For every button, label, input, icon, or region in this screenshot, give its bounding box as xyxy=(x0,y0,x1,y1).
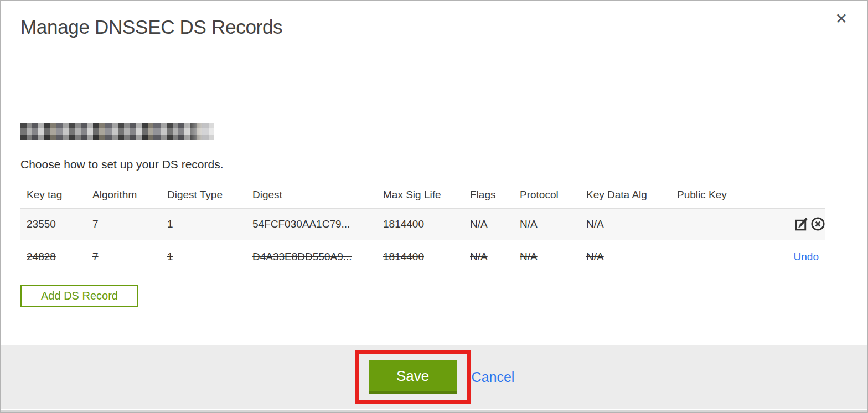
column-header-key-tag: Key tag xyxy=(20,182,92,208)
column-header-flags: Flags xyxy=(470,182,520,208)
column-header-key-data-alg: Key Data Alg xyxy=(586,182,677,208)
column-header-digest-type: Digest Type xyxy=(167,182,252,208)
edit-icon xyxy=(794,216,809,231)
column-header-algorithm: Algorithm xyxy=(92,182,167,208)
dnssec-modal: Manage DNSSEC DS Records ✕ Choose how to… xyxy=(0,0,868,413)
subtitle-text: Choose how to set up your DS records. xyxy=(20,158,224,171)
cell-key-tag: 24828 xyxy=(20,240,92,275)
ds-records-table: Key tag Algorithm Digest Type Digest Max… xyxy=(20,182,825,275)
column-header-digest: Digest xyxy=(252,182,383,208)
redacted-domain-name xyxy=(20,123,214,140)
close-icon[interactable]: ✕ xyxy=(835,12,848,27)
delete-record-button[interactable] xyxy=(810,216,825,231)
cell-key-data-alg: N/A xyxy=(586,240,677,275)
cell-algorithm: 7 xyxy=(92,240,167,275)
cell-flags: N/A xyxy=(470,208,520,240)
cell-digest: 54FCF030AA1C79... xyxy=(252,208,383,240)
column-header-max-sig-life: Max Sig Life xyxy=(383,182,470,208)
table-row: 24828 7 1 D4A33E8DD550A9... 1814400 N/A … xyxy=(20,240,825,275)
page-title: Manage DNSSEC DS Records xyxy=(20,16,282,38)
modal-footer: Save Cancel xyxy=(1,345,868,409)
cell-protocol: N/A xyxy=(520,240,586,275)
cell-key-tag: 23550 xyxy=(20,208,92,240)
cell-protocol: N/A xyxy=(520,208,586,240)
row-actions: Undo xyxy=(749,240,825,275)
cell-max-sig-life: 1814400 xyxy=(383,208,470,240)
cell-key-data-alg: N/A xyxy=(586,208,677,240)
cell-public-key xyxy=(677,208,749,240)
cell-digest: D4A33E8DD550A9... xyxy=(252,240,383,275)
cell-algorithm: 7 xyxy=(92,208,167,240)
edit-record-button[interactable] xyxy=(794,216,809,231)
annotation-highlight-rectangle: Save xyxy=(355,350,471,404)
cell-flags: N/A xyxy=(470,240,520,275)
cancel-link[interactable]: Cancel xyxy=(472,369,515,385)
save-button[interactable]: Save xyxy=(369,360,457,394)
column-header-actions xyxy=(749,182,825,208)
undo-delete-link[interactable]: Undo xyxy=(794,251,819,262)
delete-icon xyxy=(810,216,825,231)
cell-digest-type: 1 xyxy=(167,240,252,275)
row-actions xyxy=(749,208,825,240)
cell-public-key xyxy=(677,240,749,275)
column-header-protocol: Protocol xyxy=(520,182,586,208)
dialog-bottom-edge xyxy=(1,409,868,413)
cell-max-sig-life: 1814400 xyxy=(383,240,470,275)
cell-digest-type: 1 xyxy=(167,208,252,240)
table-row: 23550 7 1 54FCF030AA1C79... 1814400 N/A … xyxy=(20,208,825,240)
add-ds-record-button[interactable]: Add DS Record xyxy=(20,285,138,307)
table-header-row: Key tag Algorithm Digest Type Digest Max… xyxy=(20,182,825,208)
column-header-public-key: Public Key xyxy=(677,182,749,208)
